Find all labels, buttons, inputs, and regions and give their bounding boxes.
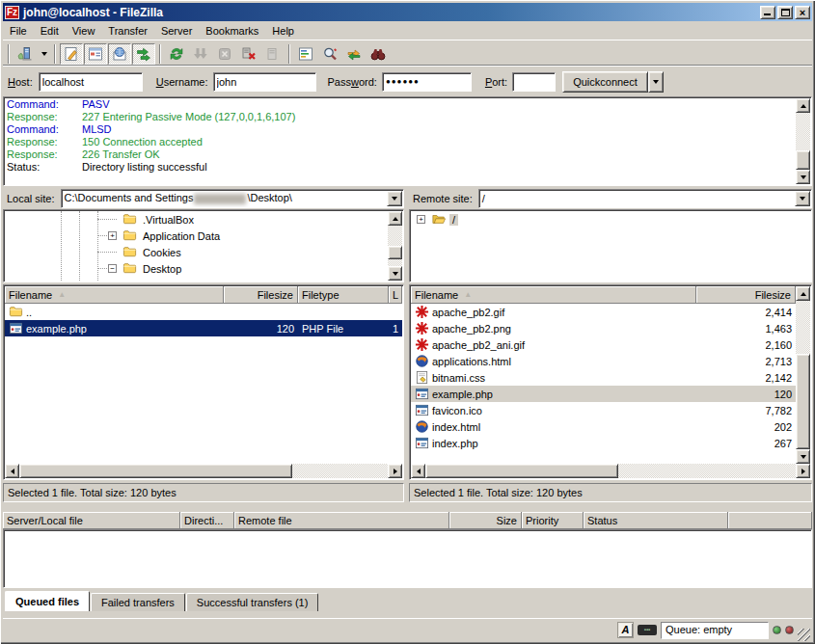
log-line-text: PASV (82, 98, 110, 110)
scroll-left-button[interactable] (5, 464, 19, 478)
tab-failed-transfers[interactable]: Failed transfers (91, 593, 185, 611)
column-header-filename[interactable]: Filename▲ (411, 286, 696, 304)
expander-plus-icon[interactable]: + (108, 231, 117, 240)
scrollbar-thumb[interactable] (796, 150, 810, 170)
lock-icon[interactable]: ▪▪▪ (638, 625, 657, 635)
host-label: Host: (8, 76, 33, 88)
scrollbar-thumb[interactable] (19, 464, 292, 478)
menu-item-bookmarks[interactable]: Bookmarks (199, 23, 265, 39)
local-tree-vscrollbar[interactable] (388, 211, 402, 281)
scroll-right-button[interactable] (796, 464, 810, 478)
site-manager-dropdown[interactable] (38, 43, 50, 65)
file-row-example-php[interactable]: example.php120PHP File1 (5, 320, 402, 336)
directory-filters-button[interactable] (294, 43, 317, 65)
menu-item-view[interactable]: View (66, 23, 102, 39)
queue-column-priority[interactable]: Priority (522, 512, 584, 529)
scroll-down-button[interactable] (388, 266, 402, 281)
port-input[interactable] (512, 72, 556, 92)
log-vscrollbar[interactable] (796, 98, 810, 184)
column-header-filesize[interactable]: Filesize (696, 286, 796, 304)
toggle-message-log-button[interactable] (60, 43, 83, 65)
scrollbar-thumb[interactable] (388, 246, 402, 259)
remote-vscrollbar[interactable] (796, 286, 810, 464)
find-files-button[interactable] (367, 43, 390, 65)
menu-item-server[interactable]: Server (154, 23, 199, 39)
tab-queued-files[interactable]: Queued files (5, 591, 90, 611)
column-header-filetype[interactable]: Filetype (298, 286, 389, 304)
column-header-filename[interactable]: Filename▲ (5, 286, 224, 304)
toggle-local-tree-button[interactable] (84, 43, 107, 65)
folder-icon (122, 261, 138, 277)
menu-item-file[interactable]: File (3, 23, 34, 39)
refresh-button[interactable] (165, 43, 188, 65)
resize-grip[interactable] (798, 629, 810, 641)
scroll-down-button[interactable] (796, 170, 810, 184)
scroll-up-button[interactable] (388, 211, 402, 226)
tree-item-cookies[interactable]: Cookies (5, 244, 402, 260)
file-row-bitnami-css[interactable]: bitnami.css2,142 (411, 369, 796, 386)
scroll-left-button[interactable] (411, 464, 425, 478)
file-row--[interactable]: .. (5, 304, 402, 320)
host-input[interactable] (39, 72, 143, 92)
queue-tabs: Queued filesFailed transfersSuccessful t… (3, 590, 812, 611)
tree-item--virtualbox[interactable]: .VirtualBox (5, 211, 402, 228)
php-icon (9, 321, 24, 336)
scroll-right-button[interactable] (388, 464, 402, 478)
file-row-index-php[interactable]: index.php267 (411, 435, 796, 451)
tree-item-root[interactable]: +/ (411, 211, 810, 228)
menu-item-help[interactable]: Help (265, 23, 301, 39)
tab-successful-transfers-1-[interactable]: Successful transfers (1) (186, 593, 319, 611)
toolbar-separator (159, 44, 161, 64)
queue-column-remote-file[interactable]: Remote file (234, 512, 449, 529)
scroll-down-button[interactable] (796, 449, 810, 464)
local-site-combo-dropdown[interactable] (387, 191, 402, 206)
menu-item-edit[interactable]: Edit (34, 23, 66, 39)
queue-column-size[interactable]: Size (449, 512, 522, 529)
remote-site-combo-dropdown[interactable] (795, 191, 810, 206)
transfer-type-icon[interactable]: A (617, 622, 634, 638)
file-row-example-php[interactable]: example.php120 (411, 386, 796, 402)
cancel-button[interactable] (213, 43, 236, 65)
reconnect-button[interactable] (261, 43, 285, 65)
maximize-button[interactable] (777, 6, 793, 19)
menu-item-transfer[interactable]: Transfer (101, 23, 154, 39)
synchronized-browsing-button[interactable] (342, 43, 366, 65)
expander-plus-icon[interactable]: + (417, 215, 425, 224)
status-bar: A ▪▪▪ Queue: empty (3, 618, 812, 641)
password-input[interactable] (382, 72, 472, 92)
directory-comparison-button[interactable] (318, 43, 341, 65)
file-row-apache-pb2-ani-gif[interactable]: apache_pb2_ani.gif2,160 (411, 336, 796, 353)
remote-hscrollbar[interactable] (411, 464, 810, 478)
quickconnect-button[interactable]: Quickconnect (562, 71, 648, 93)
column-header-filesize[interactable]: Filesize (224, 286, 298, 304)
disconnect-button[interactable] (237, 43, 260, 65)
minimize-button[interactable] (760, 6, 775, 19)
scroll-up-button[interactable] (796, 286, 810, 301)
local-hscrollbar[interactable] (5, 464, 402, 478)
close-button[interactable]: × (795, 6, 810, 19)
file-row-apache-pb2-gif[interactable]: apache_pb2.gif2,414 (411, 304, 796, 320)
expander-minus-icon[interactable]: − (108, 264, 117, 273)
queue-column-server-local-file[interactable]: Server/Local file (3, 512, 180, 529)
file-row-index-html[interactable]: index.html202 (411, 418, 796, 435)
file-row-apache-pb2-png[interactable]: apache_pb2.png1,463 (411, 320, 796, 336)
tree-item-desktop[interactable]: −Desktop (5, 260, 402, 277)
queue-column-directi-[interactable]: Directi... (180, 512, 234, 529)
toggle-remote-tree-button[interactable] (108, 43, 131, 65)
site-manager-button[interactable] (14, 43, 37, 65)
queue-column-status[interactable]: Status (584, 512, 728, 529)
scrollbar-thumb[interactable] (425, 464, 618, 478)
username-input[interactable] (213, 72, 316, 92)
scrollbar-thumb[interactable] (796, 354, 810, 449)
toolbar-separator (288, 44, 290, 64)
file-row-applications-html[interactable]: applications.html2,713 (411, 353, 796, 369)
quickconnect-dropdown[interactable] (648, 71, 664, 93)
remote-site-combo[interactable]: / (478, 189, 812, 208)
column-header-l[interactable]: L (389, 286, 402, 304)
file-row-favicon-ico[interactable]: favicon.ico7,782 (411, 402, 796, 418)
local-site-combo[interactable]: C:\Documents and Settings\Desktop\ (61, 189, 404, 208)
toggle-queue-button[interactable] (132, 43, 155, 65)
scroll-up-button[interactable] (796, 98, 810, 113)
process-queue-button[interactable] (189, 43, 212, 65)
tree-item-application-data[interactable]: +Application Data (5, 228, 402, 244)
